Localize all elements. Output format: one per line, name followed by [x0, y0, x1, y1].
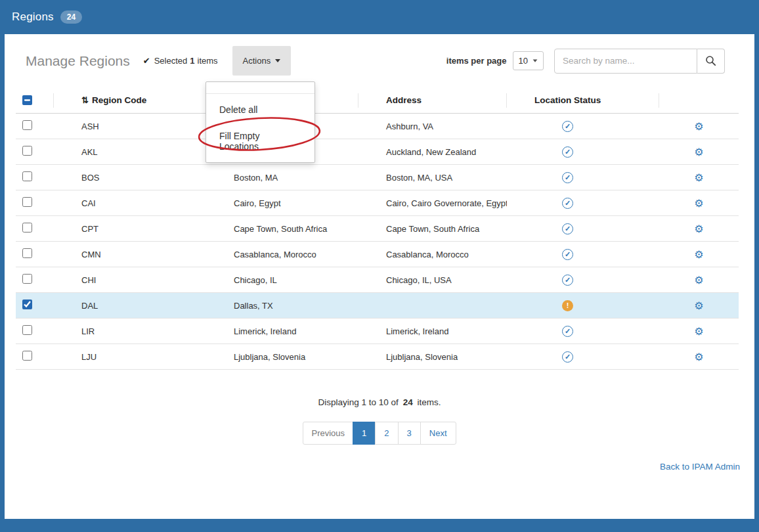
gear-icon[interactable]: ⚙ — [694, 275, 703, 286]
cell-region-code: LJU — [54, 352, 206, 362]
cell-address: Boston, MA, USA — [358, 173, 507, 183]
row-checkbox[interactable] — [22, 146, 32, 156]
total-items: 24 — [403, 397, 413, 407]
gear-icon[interactable]: ⚙ — [694, 249, 703, 260]
cell-region-code: CAI — [54, 198, 206, 208]
search-input[interactable] — [554, 49, 697, 74]
gear-icon[interactable]: ⚙ — [694, 172, 703, 183]
regions-table: ⇅ Region Code Address Location Status — [16, 87, 739, 370]
cell-region-code: CMN — [54, 250, 206, 259]
header-address[interactable]: Address — [358, 93, 507, 108]
table-row: BOS Boston, MA Boston, MA, USA ✓ ⚙ — [16, 165, 739, 190]
display-summary: Displaying 1 to 10 of 24 items. — [5, 397, 754, 407]
table-row: AKL Auckland, NZ Auckland, New Zealand ✓… — [16, 139, 739, 165]
cell-address: Casablanca, Morocco — [358, 250, 507, 259]
pagination: Previous 1 2 3 Next — [5, 422, 754, 445]
cell-name: Cairo, Egypt — [206, 198, 358, 208]
table-body: ASH Ashburn, VA ✓ ⚙ AKL Auckland, NZ Auc… — [16, 114, 739, 370]
cell-region-code: CHI — [54, 275, 206, 285]
items-per-page-label: items per page — [446, 56, 507, 66]
row-checkbox[interactable] — [22, 171, 32, 181]
back-to-ipam-admin-link[interactable]: Back to IPAM Admin — [660, 462, 740, 472]
gear-icon[interactable]: ⚙ — [694, 146, 703, 158]
cell-address: Chicago, IL, USA — [358, 275, 507, 285]
row-checkbox[interactable] — [22, 325, 32, 335]
header-actions — [659, 93, 739, 108]
table-row: LJU Ljubljana, Slovenia Ljubljana, Slove… — [16, 344, 739, 370]
status-icon: ✓ — [562, 275, 573, 286]
table-row: CAI Cairo, Egypt Cairo, Cairo Governorat… — [16, 190, 739, 216]
menu-item-delete-all[interactable]: Delete all — [206, 97, 314, 123]
cell-address: Cape Town, South Africa — [358, 224, 507, 234]
items-per-page-value: 10 — [519, 56, 528, 66]
actions-dropdown-menu: Delete all Fill Empty Locations — [206, 81, 315, 163]
row-checkbox[interactable] — [22, 299, 32, 309]
page-title: Regions — [12, 11, 54, 24]
caret-down-icon — [533, 59, 538, 62]
cell-name: Chicago, IL — [206, 275, 358, 285]
gear-icon[interactable]: ⚙ — [694, 351, 703, 363]
status-icon: ✓ — [562, 326, 573, 337]
selected-suffix: items — [198, 56, 218, 66]
header-region-code[interactable]: ⇅ Region Code — [54, 93, 206, 108]
search-group — [554, 49, 725, 74]
select-all-checkbox[interactable] — [22, 95, 32, 105]
table-header-row: ⇅ Region Code Address Location Status — [16, 87, 739, 114]
gear-icon[interactable]: ⚙ — [694, 198, 703, 209]
row-checkbox[interactable] — [22, 223, 32, 233]
cell-name: Cape Town, South Africa — [206, 224, 358, 234]
table-row: CHI Chicago, IL Chicago, IL, USA ✓ ⚙ — [16, 267, 739, 293]
footer: Back to IPAM Admin — [5, 445, 754, 472]
next-page-button[interactable]: Next — [420, 422, 456, 445]
cell-region-code: DAL — [54, 301, 206, 311]
status-icon: ✓ — [562, 351, 573, 363]
gear-icon[interactable]: ⚙ — [694, 223, 703, 234]
content-panel: Manage Regions ✔ Selected 1 items Action… — [5, 34, 754, 519]
status-icon: ✓ — [562, 121, 573, 132]
page: Regions 24 Manage Regions ✔ Selected 1 i… — [0, 0, 759, 532]
actions-button-label: Actions — [243, 56, 271, 66]
table-row: DAL Dallas, TX ! ⚙ — [16, 293, 739, 319]
cell-region-code: AKL — [54, 147, 206, 157]
cell-name: Ljubljana, Slovenia — [206, 352, 358, 362]
page-number[interactable]: 2 — [375, 422, 398, 445]
header-location-status[interactable]: Location Status — [507, 93, 659, 108]
search-button[interactable] — [697, 49, 725, 74]
table-row: CMN Casablanca, Morocco Casablanca, Moro… — [16, 242, 739, 267]
cell-address: Auckland, New Zealand — [358, 147, 507, 157]
gear-icon[interactable]: ⚙ — [694, 300, 703, 311]
menu-spacer — [206, 85, 314, 94]
cell-name: Boston, MA — [206, 173, 358, 183]
row-checkbox[interactable] — [22, 351, 32, 361]
menu-item-fill-empty-locations[interactable]: Fill Empty Locations — [206, 123, 314, 160]
cell-region-code: BOS — [54, 173, 206, 183]
status-icon: ✓ — [562, 223, 573, 234]
cell-address: Limerick, Ireland — [358, 326, 507, 336]
search-icon — [705, 55, 716, 66]
previous-page-button[interactable]: Previous — [303, 422, 353, 445]
row-checkbox[interactable] — [22, 120, 32, 130]
actions-button[interactable]: Actions — [232, 46, 292, 76]
cell-address: Cairo, Cairo Governorate, Egypt — [358, 198, 507, 208]
row-checkbox[interactable] — [22, 274, 32, 284]
page-number[interactable]: 1 — [353, 422, 376, 445]
status-icon: ✓ — [562, 172, 573, 183]
toolbar-right: items per page 10 — [446, 49, 725, 74]
table-row: CPT Cape Town, South Africa Cape Town, S… — [16, 216, 739, 242]
cell-name: Limerick, Ireland — [206, 326, 358, 336]
cell-address: Ljubljana, Slovenia — [358, 352, 507, 362]
status-icon: ! — [562, 300, 573, 311]
row-checkbox[interactable] — [22, 248, 32, 258]
cell-address: Ashburn, VA — [358, 122, 507, 131]
status-icon: ✓ — [562, 198, 573, 209]
toolbar: Manage Regions ✔ Selected 1 items Action… — [5, 34, 754, 85]
row-checkbox[interactable] — [22, 197, 32, 207]
items-per-page-select[interactable]: 10 — [513, 51, 544, 70]
gear-icon[interactable]: ⚙ — [694, 121, 703, 132]
status-icon: ✓ — [562, 249, 573, 260]
page-number[interactable]: 3 — [398, 422, 421, 445]
cell-name: Dallas, TX — [206, 301, 358, 311]
gear-icon[interactable]: ⚙ — [694, 326, 703, 337]
caret-down-icon — [275, 59, 280, 62]
section-title: Manage Regions — [26, 53, 130, 69]
